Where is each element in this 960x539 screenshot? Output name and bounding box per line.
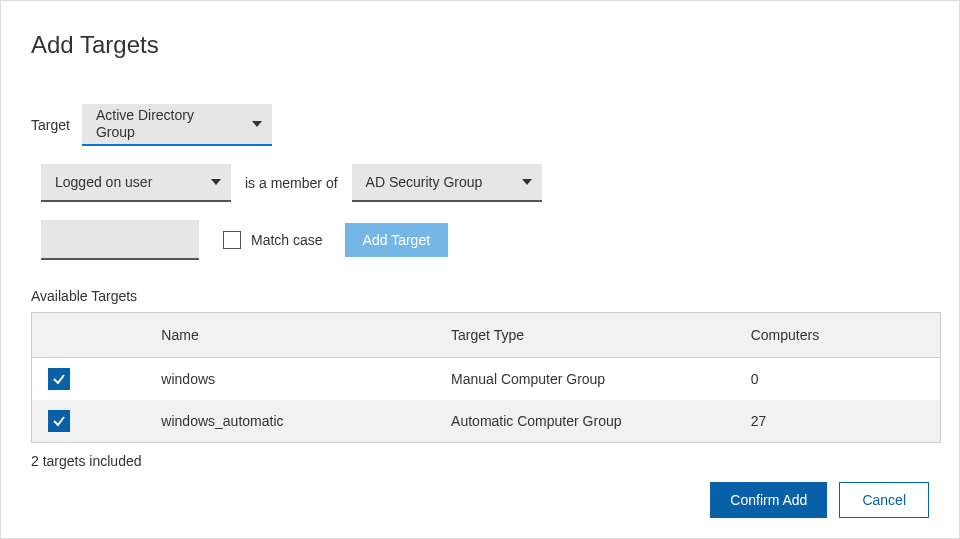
- cell-type: Manual Computer Group: [441, 358, 741, 401]
- dialog-footer: Confirm Add Cancel: [710, 482, 929, 518]
- table-row: windows Manual Computer Group 0: [32, 358, 941, 401]
- row-checkbox[interactable]: [48, 410, 70, 432]
- col-header-computers: Computers: [741, 313, 941, 358]
- target-row: Target Active Directory Group: [31, 104, 929, 146]
- add-target-button[interactable]: Add Target: [345, 223, 448, 257]
- group-dropdown-value: AD Security Group: [366, 174, 483, 191]
- subject-dropdown-value: Logged on user: [55, 174, 152, 191]
- match-case-checkbox[interactable]: [223, 231, 241, 249]
- available-targets-label: Available Targets: [31, 288, 929, 304]
- filter-row: Match case Add Target: [41, 220, 929, 260]
- targets-summary: 2 targets included: [31, 453, 929, 469]
- row-checkbox[interactable]: [48, 368, 70, 390]
- col-header-type: Target Type: [441, 313, 741, 358]
- chevron-down-icon: [252, 121, 262, 127]
- confirm-add-button[interactable]: Confirm Add: [710, 482, 827, 518]
- table-row: windows_automatic Automatic Computer Gro…: [32, 400, 941, 443]
- cell-type: Automatic Computer Group: [441, 400, 741, 443]
- target-type-dropdown-value: Active Directory Group: [96, 107, 232, 141]
- chevron-down-icon: [522, 179, 532, 185]
- subject-dropdown[interactable]: Logged on user: [41, 164, 231, 202]
- target-label: Target: [31, 117, 70, 133]
- condition-row: Logged on user is a member of AD Securit…: [41, 164, 929, 202]
- cell-computers: 27: [741, 400, 941, 443]
- col-header-name: Name: [151, 313, 441, 358]
- targets-table: Name Target Type Computers windows Manua…: [31, 312, 941, 443]
- filter-input[interactable]: [41, 220, 199, 260]
- target-type-dropdown[interactable]: Active Directory Group: [82, 104, 272, 146]
- table-header-row: Name Target Type Computers: [32, 313, 941, 358]
- cancel-button[interactable]: Cancel: [839, 482, 929, 518]
- group-dropdown[interactable]: AD Security Group: [352, 164, 542, 202]
- condition-text: is a member of: [245, 175, 338, 191]
- cell-computers: 0: [741, 358, 941, 401]
- match-case-label: Match case: [251, 232, 323, 248]
- page-title: Add Targets: [31, 31, 929, 59]
- chevron-down-icon: [211, 179, 221, 185]
- col-header-check: [32, 313, 152, 358]
- cell-name: windows: [151, 358, 441, 401]
- cell-name: windows_automatic: [151, 400, 441, 443]
